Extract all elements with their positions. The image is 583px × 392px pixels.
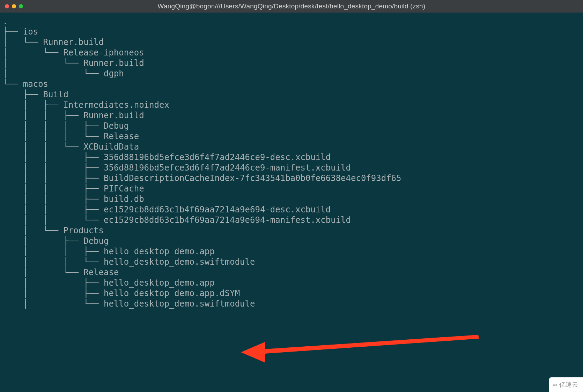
tree-line-text: │ └── hello_desktop_demo.swiftmodule <box>3 299 255 309</box>
tree-line-text: │ │ ├── hello_desktop_demo.app <box>3 247 215 256</box>
tree-line: │ │ ├── PIFCache <box>3 183 580 194</box>
tree-line-text: . <box>3 16 8 26</box>
tree-line-text: │ │ └── hello_desktop_demo.swiftmodule <box>3 257 255 267</box>
tree-line: ├── ios <box>3 27 580 37</box>
tree-line: │ └── Release <box>3 267 580 278</box>
window-title: WangQing@bogon///Users/WangQing/Desktop/… <box>0 1 583 12</box>
terminal-output[interactable]: .├── ios│ └── Runner.build│ └── Release-… <box>0 13 583 312</box>
tree-line: │ │ ├── 356d88196bd5efce3d6f4f7ad2446ce9… <box>3 163 580 173</box>
watermark: ∞ 亿速云 <box>549 377 583 392</box>
tree-line: └── macos <box>3 79 580 89</box>
tree-line: │ │ ├── BuildDescriptionCacheIndex-7fc34… <box>3 173 580 183</box>
tree-line-text: │ └── Runner.build <box>3 37 104 47</box>
tree-line-text: │ └── Runner.build <box>3 58 144 68</box>
tree-line: │ ├── Intermediates.noindex <box>3 100 580 110</box>
tree-line: │ │ ├── Runner.build <box>3 110 580 121</box>
svg-marker-0 <box>241 335 479 363</box>
tree-line: │ │ ├── hello_desktop_demo.app <box>3 246 580 257</box>
tree-line-text: │ │ ├── PIFCache <box>3 184 144 194</box>
tree-line: │ │ └── ec1529cb8dd63c1b4f69aa7214a9e694… <box>3 215 580 225</box>
close-icon[interactable] <box>5 4 9 8</box>
tree-line-text: │ ├── Intermediates.noindex <box>3 100 169 110</box>
tree-line: │ │ └── XCBuildData <box>3 142 580 152</box>
tree-line: │ │ └── hello_desktop_demo.swiftmodule <box>3 257 580 267</box>
zoom-icon[interactable] <box>19 4 23 8</box>
tree-line-text: │ │ ├── BuildDescriptionCacheIndex-7fc34… <box>3 173 401 183</box>
traffic-lights <box>5 4 23 8</box>
tree-line-text: │ └── dgph <box>3 69 124 78</box>
tree-line: │ ├── hello_desktop_demo.app <box>3 278 580 288</box>
tree-line: ├── Build <box>3 89 580 100</box>
tree-line: │ ├── Debug <box>3 236 580 246</box>
tree-line-text: │ │ ├── 356d88196bd5efce3d6f4f7ad2446ce9… <box>3 152 331 162</box>
tree-line: │ └── dgph <box>3 68 580 79</box>
tree-line-text: ├── Build <box>3 90 68 99</box>
tree-line-text: │ │ ├── Runner.build <box>3 111 144 120</box>
tree-line: │ └── Products <box>3 225 580 236</box>
tree-line-text: │ │ ├── ec1529cb8dd63c1b4f69aa7214a9e694… <box>3 205 331 214</box>
tree-line-text: └── macos <box>3 79 48 89</box>
tree-line-text: │ │ ├── 356d88196bd5efce3d6f4f7ad2446ce9… <box>3 163 351 173</box>
tree-line: │ │ ├── 356d88196bd5efce3d6f4f7ad2446ce9… <box>3 152 580 163</box>
tree-line: │ └── hello_desktop_demo.swiftmodule <box>3 299 580 309</box>
tree-line: │ │ │ ├── Debug <box>3 121 580 131</box>
tree-line: │ │ │ └── Release <box>3 131 580 142</box>
minimize-icon[interactable] <box>12 4 16 8</box>
tree-line-text: │ │ └── ec1529cb8dd63c1b4f69aa7214a9e694… <box>3 215 351 225</box>
infinity-icon: ∞ <box>553 379 557 390</box>
tree-line-text: │ └── Release <box>3 267 119 277</box>
annotation-arrow-icon <box>241 333 485 364</box>
tree-line-text: │ └── Products <box>3 226 104 235</box>
tree-line: │ └── Runner.build <box>3 58 580 68</box>
tree-line-text: │ ├── hello_desktop_demo.app <box>3 278 215 288</box>
tree-line-text: │ │ └── XCBuildData <box>3 142 139 152</box>
watermark-text: 亿速云 <box>559 379 578 390</box>
window-titlebar: WangQing@bogon///Users/WangQing/Desktop/… <box>0 0 583 13</box>
tree-line: │ └── Runner.build <box>3 37 580 47</box>
tree-line-text: │ └── Release-iphoneos <box>3 48 144 58</box>
tree-line-text: │ ├── hello_desktop_demo.app.dSYM <box>3 288 240 298</box>
tree-line-text: │ ├── Debug <box>3 236 109 246</box>
tree-line: . <box>3 16 580 27</box>
tree-line-text: │ │ │ └── Release <box>3 131 139 141</box>
tree-line: │ ├── hello_desktop_demo.app.dSYM <box>3 288 580 299</box>
tree-line: │ │ ├── ec1529cb8dd63c1b4f69aa7214a9e694… <box>3 204 580 215</box>
tree-line-text: │ │ │ ├── Debug <box>3 121 129 131</box>
tree-line-text: │ │ ├── build.db <box>3 194 144 204</box>
tree-line: │ └── Release-iphoneos <box>3 47 580 58</box>
tree-line-text: ├── ios <box>3 27 38 37</box>
tree-line: │ │ ├── build.db <box>3 194 580 204</box>
